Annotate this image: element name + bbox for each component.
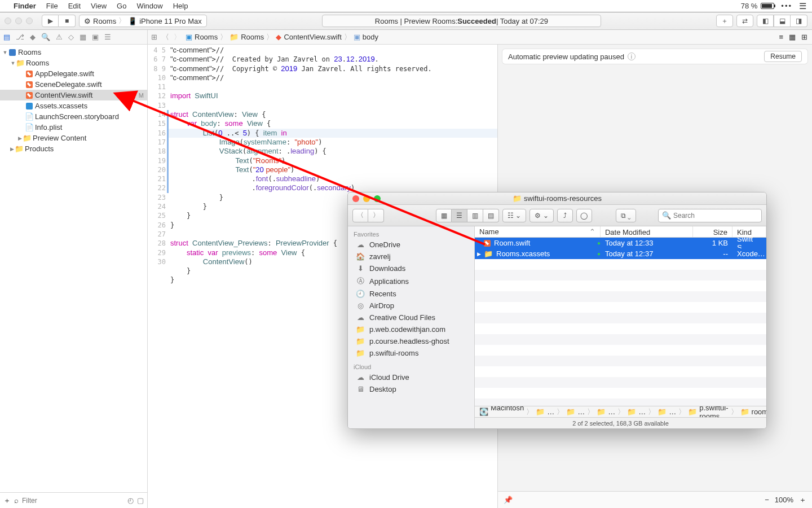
file-tree[interactable]: ▼ Rooms ▼📁 Rooms AppDelegate.swift Scene… bbox=[0, 45, 147, 492]
overflow-icon[interactable]: ••• bbox=[781, 2, 792, 10]
window-controls[interactable] bbox=[5, 17, 33, 24]
path-segment[interactable]: swiftui-rooms-resources bbox=[752, 406, 766, 417]
tree-project-root[interactable]: ▼ Rooms bbox=[0, 47, 147, 58]
list-item[interactable]: Room.swift●Today at 12:331 KBSwift S… bbox=[475, 238, 766, 248]
resume-button[interactable]: Resume bbox=[764, 51, 802, 62]
sidebar-item[interactable]: ⒶApplications bbox=[348, 274, 474, 288]
tree-group[interactable]: ▼📁 Rooms bbox=[0, 58, 147, 68]
path-segment[interactable]: … bbox=[669, 408, 676, 416]
stop-button[interactable]: ■ bbox=[59, 15, 76, 27]
path-segment[interactable]: … bbox=[547, 408, 554, 416]
report-navigator-icon[interactable]: ☰ bbox=[104, 33, 111, 41]
pin-icon[interactable]: 📌 bbox=[504, 496, 513, 504]
view-column-button[interactable]: ▥ bbox=[467, 209, 483, 222]
scheme-device: iPhone 11 Pro Max bbox=[139, 17, 202, 25]
sidebar-item[interactable]: ◎AirDrop bbox=[348, 300, 474, 312]
breadcrumb[interactable]: ▣Rooms〉 📁Rooms〉 ◆ContentView.swift〉 ▣bod… bbox=[186, 32, 378, 42]
sidebar-item[interactable]: 🖥Desktop bbox=[348, 383, 474, 395]
path-segment[interactable]: Macintosh … bbox=[491, 406, 524, 417]
panel-bottom-button[interactable]: ⬓ bbox=[774, 15, 791, 27]
symbol-navigator-icon[interactable]: ◆ bbox=[30, 33, 36, 41]
window-controls[interactable] bbox=[352, 195, 381, 202]
zoom-out-button[interactable]: − bbox=[765, 496, 769, 504]
menubar-edit[interactable]: Edit bbox=[68, 2, 81, 10]
run-button[interactable]: ▶ bbox=[42, 15, 59, 27]
battery-status[interactable]: 78 % bbox=[741, 2, 775, 10]
share-button[interactable]: ⤴ bbox=[557, 209, 573, 222]
forward-button[interactable]: 〉 bbox=[174, 32, 181, 42]
back-button[interactable]: 〈 bbox=[162, 32, 169, 42]
panel-right-button[interactable]: ◨ bbox=[791, 15, 807, 27]
recent-filter-icon[interactable]: ◴ bbox=[127, 496, 134, 505]
editor-options-icon[interactable]: ≡ bbox=[779, 33, 783, 41]
tree-file[interactable]: SceneDelegate.swift bbox=[0, 79, 147, 90]
path-segment[interactable]: … bbox=[577, 408, 585, 416]
list-body[interactable]: Room.swift●Today at 12:331 KBSwift S…▶📁R… bbox=[475, 238, 766, 406]
test-navigator-icon[interactable]: ◇ bbox=[68, 33, 74, 41]
tree-file[interactable]: AppDelegate.swift bbox=[0, 68, 147, 79]
forward-button[interactable]: 〉 bbox=[368, 209, 384, 222]
tree-file[interactable]: 📄Info.plist bbox=[0, 122, 147, 133]
finder-sidebar[interactable]: Favorites ☁OneDrive🏠zavrelj⬇DownloadsⒶAp… bbox=[348, 226, 475, 428]
view-icon-button[interactable]: ▦ bbox=[436, 209, 452, 222]
issue-navigator-icon[interactable]: ⚠ bbox=[56, 33, 63, 41]
sidebar-item[interactable]: 📁p.web.codewithjan.com bbox=[348, 323, 474, 335]
list-item[interactable]: ▶📁Rooms.xcassets●Today at 12:37--Xcode… bbox=[475, 248, 766, 259]
code-review-button[interactable]: ⇄ bbox=[736, 15, 753, 27]
info-icon[interactable]: i bbox=[628, 52, 636, 60]
list-header[interactable]: Name⌃ Date Modified Size Kind bbox=[475, 226, 766, 238]
tree-file[interactable]: Assets.xcassets bbox=[0, 100, 147, 111]
menubar-file[interactable]: File bbox=[46, 2, 58, 10]
tree-file-selected[interactable]: ContentView.swiftM bbox=[0, 90, 147, 100]
sidebar-item[interactable]: ⬇Downloads bbox=[348, 262, 474, 274]
filter-input[interactable] bbox=[22, 497, 124, 505]
menubar-help[interactable]: Help bbox=[173, 2, 188, 10]
back-button[interactable]: 〈 bbox=[352, 209, 368, 222]
group-button[interactable]: ☷ ⌄ bbox=[502, 209, 526, 222]
action-button[interactable]: ⚙ ⌄ bbox=[529, 209, 553, 222]
tree-file[interactable]: 📄LaunchScreen.storyboard bbox=[0, 111, 147, 122]
project-navigator-icon[interactable]: ▤ bbox=[3, 33, 10, 41]
finder-window[interactable]: 📁 swiftui-rooms-resources 〈 〉 ▦ ☰ ▥ ▤ ☷ … bbox=[347, 192, 767, 429]
finder-titlebar[interactable]: 📁 swiftui-rooms-resources bbox=[348, 192, 766, 205]
related-items-icon[interactable]: ⊞ bbox=[151, 33, 157, 41]
find-navigator-icon[interactable]: 🔍 bbox=[41, 33, 50, 41]
path-segment[interactable]: p.swiftui-rooms bbox=[699, 406, 728, 417]
source-control-navigator-icon[interactable]: ⎇ bbox=[16, 33, 24, 41]
tree-folder[interactable]: ▶📁Preview Content bbox=[0, 133, 147, 143]
sidebar-item[interactable]: 📁p.swiftui-rooms bbox=[348, 347, 474, 359]
sidebar-item[interactable]: 🕘Recents bbox=[348, 288, 474, 300]
sidebar-icon: ☁ bbox=[356, 373, 365, 382]
breakpoint-navigator-icon[interactable]: ▣ bbox=[92, 33, 99, 41]
finder-search[interactable]: 🔍 bbox=[658, 209, 762, 222]
path-segment[interactable]: … bbox=[608, 408, 615, 416]
sidebar-item[interactable]: 📁p.course.headless-ghost bbox=[348, 335, 474, 347]
view-list-button[interactable]: ☰ bbox=[452, 209, 467, 222]
menubar-app[interactable]: Finder bbox=[14, 2, 36, 10]
search-input[interactable] bbox=[673, 212, 758, 220]
sidebar-item[interactable]: ☁iCloud Drive bbox=[348, 371, 474, 383]
dropbox-button[interactable]: ⧉ ⌄ bbox=[616, 209, 636, 222]
tags-button[interactable]: ◯ bbox=[576, 209, 592, 222]
path-segment[interactable]: … bbox=[638, 408, 646, 416]
sidebar-item[interactable]: ☁Creative Cloud Files bbox=[348, 312, 474, 323]
view-gallery-button[interactable]: ▤ bbox=[483, 209, 499, 222]
debug-navigator-icon[interactable]: ▦ bbox=[80, 33, 86, 41]
path-bar[interactable]: 💽Macintosh …〉📁…〉📁…〉📁…〉📁…〉📁…〉📁p.swiftui-r… bbox=[475, 406, 766, 417]
add-icon[interactable]: ＋ bbox=[3, 496, 11, 506]
sidebar-item[interactable]: ☁OneDrive bbox=[348, 239, 474, 251]
scm-filter-icon[interactable]: ▢ bbox=[137, 496, 144, 505]
tree-folder[interactable]: ▶📁Products bbox=[0, 143, 147, 154]
menubar-go[interactable]: Go bbox=[117, 2, 126, 10]
scheme-selector[interactable]: ⚙︎Rooms 〉 📱iPhone 11 Pro Max bbox=[79, 15, 207, 27]
sidebar-item[interactable]: 🏠zavrelj bbox=[348, 251, 474, 262]
zoom-in-button[interactable]: ＋ bbox=[799, 495, 806, 505]
control-center-icon[interactable]: ☰ bbox=[799, 1, 806, 11]
menubar-window[interactable]: Window bbox=[136, 2, 162, 10]
adjust-editor-icon[interactable]: ▦ bbox=[789, 33, 796, 41]
menubar-view[interactable]: View bbox=[91, 2, 107, 10]
library-button[interactable]: ＋ bbox=[716, 15, 733, 27]
panel-left-button[interactable]: ◧ bbox=[757, 15, 774, 27]
add-editor-icon[interactable]: ⊞ bbox=[801, 33, 807, 41]
finder-toolbar: 〈 〉 ▦ ☰ ▥ ▤ ☷ ⌄ ⚙ ⌄ ⤴ ◯ ⧉ ⌄ 🔍 bbox=[348, 205, 766, 226]
